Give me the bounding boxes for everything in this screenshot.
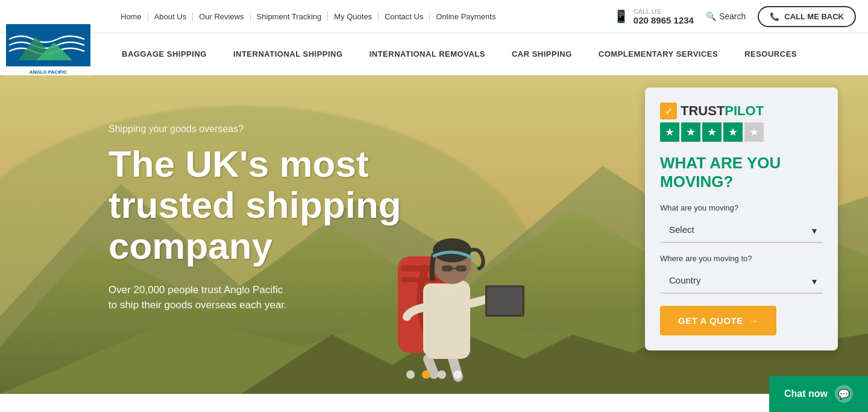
hero-carousel-dots xyxy=(406,370,462,379)
nav-intl-removals[interactable]: INTERNATIONAL REMOVALS xyxy=(356,49,498,59)
chat-label: Chat now xyxy=(784,388,828,394)
chat-icon: 💬 xyxy=(835,385,853,394)
hero-title: The UK's most trusted shipping company xyxy=(108,144,401,267)
main-nav-links: BAGGAGE SHIPPING INTERNATIONAL SHIPPING … xyxy=(108,49,810,59)
call-us-block: 📱 CALL US 020 8965 1234 xyxy=(614,8,694,25)
trustpilot-stars: ★ ★ ★ ★ ★ xyxy=(660,122,764,142)
what-moving-label: What are you moving? xyxy=(660,203,823,212)
carousel-dot-2[interactable] xyxy=(422,370,430,379)
phone-icon: 📱 xyxy=(614,9,629,24)
nav-reviews[interactable]: Our Reviews xyxy=(193,12,250,21)
phone-number: 020 8965 1234 xyxy=(634,15,694,25)
carousel-dot-4[interactable] xyxy=(453,370,462,379)
top-nav-right: 📱 CALL US 020 8965 1234 🔍 Search 📞 CALL … xyxy=(614,6,856,27)
quote-heading: WHAT ARE YOU MOVING? xyxy=(660,154,823,191)
trustpilot-check-icon: ✓ xyxy=(660,103,677,119)
hero-title-line2: trusted shipping xyxy=(108,184,401,226)
quote-panel: ✓ TRUSTPILOT ★ ★ ★ ★ ★ WHAT ARE YOU MOVI… xyxy=(645,87,838,350)
trustpilot-block: ✓ TRUSTPILOT ★ ★ ★ ★ ★ xyxy=(660,103,823,142)
country-select-wrapper: Country Australia New Zealand USA Canada… xyxy=(660,268,823,294)
nav-about[interactable]: About Us xyxy=(148,12,193,21)
hero-text-block: Shipping your goods overseas? The UK's m… xyxy=(108,124,401,313)
hero-subtitle: Shipping your goods overseas? xyxy=(108,124,401,135)
nav-payments[interactable]: Online Payments xyxy=(430,12,502,21)
main-navigation: ANGLO PACIFIC WORLD MOVERS BAGGAGE SHIPP… xyxy=(0,33,868,75)
callback-label: CALL ME BACK xyxy=(784,12,844,21)
star-5-empty: ★ xyxy=(744,122,764,142)
where-moving-label: Where are you moving to? xyxy=(660,254,823,263)
country-select[interactable]: Country Australia New Zealand USA Canada… xyxy=(660,268,823,294)
what-moving-select[interactable]: Select Baggage Excess Baggage Small Move… xyxy=(660,217,823,243)
hero-section: Shipping your goods overseas? The UK's m… xyxy=(0,75,868,394)
star-3: ★ xyxy=(702,122,722,142)
hero-title-line1: The UK's most xyxy=(108,143,369,185)
top-nav-links: Home About Us Our Reviews Shipment Track… xyxy=(115,12,502,21)
hero-title-line3: company xyxy=(108,225,272,267)
get-quote-button[interactable]: GET A QUOTE → xyxy=(660,306,776,335)
chat-widget[interactable]: Chat now 💬 xyxy=(769,376,868,394)
what-moving-select-wrapper: Select Baggage Excess Baggage Small Move… xyxy=(660,217,823,243)
quote-heading-line2: MOVING? xyxy=(660,173,733,191)
nav-car-shipping[interactable]: CAR SHIPPING xyxy=(498,49,585,59)
get-quote-label: GET A QUOTE xyxy=(678,315,743,326)
quote-heading-line1: WHAT ARE YOU xyxy=(660,154,781,172)
nav-quotes[interactable]: My Quotes xyxy=(328,12,379,21)
svg-text:ANGLO PACIFIC: ANGLO PACIFIC xyxy=(30,69,68,75)
call-us-label: CALL US xyxy=(634,8,694,15)
nav-intl-shipping[interactable]: INTERNATIONAL SHIPPING xyxy=(220,49,356,59)
call-me-back-button[interactable]: 📞 CALL ME BACK xyxy=(758,6,856,27)
arrow-icon: → xyxy=(749,315,759,326)
where-moving-group: Where are you moving to? Country Austral… xyxy=(660,254,823,294)
what-moving-group: What are you moving? Select Baggage Exce… xyxy=(660,203,823,243)
star-4: ★ xyxy=(723,122,743,142)
top-navigation: Home About Us Our Reviews Shipment Track… xyxy=(0,0,868,33)
trustpilot-label: TRUSTPILOT xyxy=(681,103,764,119)
search-label: Search xyxy=(719,11,746,21)
star-2: ★ xyxy=(681,122,700,142)
nav-resources[interactable]: RESOURCES xyxy=(731,49,810,59)
carousel-dot-1[interactable] xyxy=(406,370,415,379)
nav-home[interactable]: Home xyxy=(115,12,148,21)
callback-phone-icon: 📞 xyxy=(770,12,779,21)
search-icon: 🔍 xyxy=(706,11,716,21)
hero-description: Over 20,000 people trust Anglo Pacificto… xyxy=(108,282,401,313)
nav-baggage[interactable]: BAGGAGE SHIPPING xyxy=(108,49,220,59)
star-1: ★ xyxy=(660,122,679,142)
nav-contact[interactable]: Contact Us xyxy=(379,12,430,21)
nav-tracking[interactable]: Shipment Tracking xyxy=(251,12,329,21)
nav-complementary[interactable]: COMPLEMENTARY SERVICES xyxy=(585,49,731,59)
carousel-dot-3[interactable] xyxy=(438,370,446,379)
search-button[interactable]: 🔍 Search xyxy=(706,11,746,21)
